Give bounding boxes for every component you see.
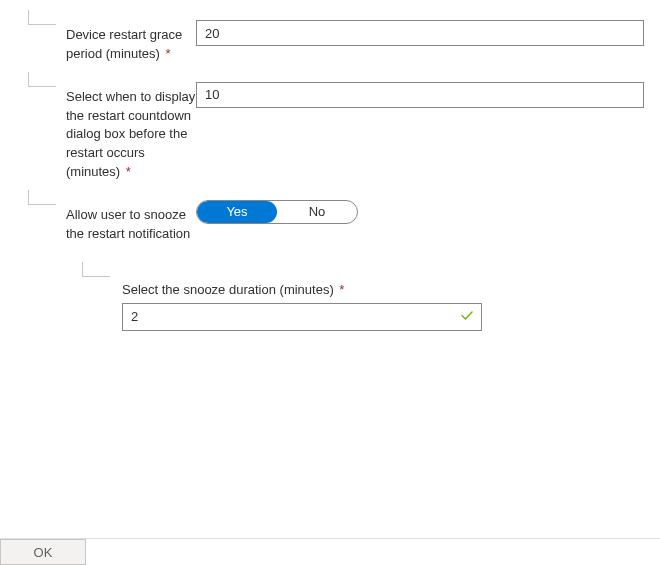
allow-snooze-toggle[interactable]: Yes No	[196, 200, 358, 224]
tree-connector-icon	[16, 72, 66, 90]
settings-form: Device restart grace period (minutes) * …	[0, 0, 660, 565]
tree-connector-icon	[16, 10, 66, 28]
required-asterisk: *	[166, 46, 171, 61]
required-asterisk: *	[339, 282, 344, 297]
label-text: Device restart grace period (minutes)	[66, 27, 182, 61]
row-allow-snooze: Allow user to snooze the restart notific…	[0, 200, 660, 244]
label-allow-snooze: Allow user to snooze the restart notific…	[66, 200, 196, 244]
row-restart-grace: Device restart grace period (minutes) *	[0, 20, 660, 64]
control-allow-snooze: Yes No	[196, 200, 660, 224]
required-asterisk: *	[126, 164, 131, 179]
snooze-duration-input[interactable]	[122, 303, 482, 331]
countdown-dialog-input[interactable]	[196, 82, 644, 108]
ok-button[interactable]: OK	[0, 539, 86, 565]
label-text: Select the snooze duration (minutes)	[122, 282, 334, 297]
toggle-option-no[interactable]: No	[277, 201, 357, 223]
label-restart-grace: Device restart grace period (minutes) *	[66, 20, 196, 64]
label-countdown-dialog: Select when to display the restart count…	[66, 82, 196, 182]
snooze-duration-content: Select the snooze duration (minutes) *	[66, 282, 644, 331]
footer-bar: OK	[0, 538, 660, 565]
control-countdown-dialog	[196, 82, 660, 108]
tree-connector-icon	[70, 262, 644, 280]
label-snooze-duration: Select the snooze duration (minutes) *	[122, 282, 644, 297]
restart-grace-input[interactable]	[196, 20, 644, 46]
snooze-duration-input-wrapper	[122, 303, 482, 331]
toggle-option-yes[interactable]: Yes	[197, 201, 277, 223]
label-text: Allow user to snooze the restart notific…	[66, 207, 190, 241]
row-countdown-dialog: Select when to display the restart count…	[0, 82, 660, 182]
tree-connector-icon	[16, 190, 66, 208]
control-restart-grace	[196, 20, 660, 46]
row-snooze-duration: Select the snooze duration (minutes) *	[0, 262, 660, 331]
